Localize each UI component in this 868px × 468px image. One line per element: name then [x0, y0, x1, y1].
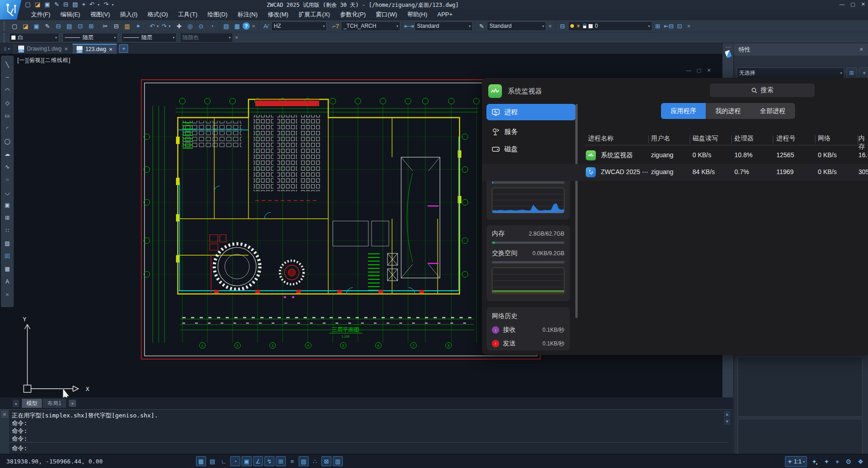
add-layout-button[interactable]: ＋ — [69, 400, 76, 407]
tab-model[interactable]: 模型 — [22, 399, 42, 408]
zoom-previous-icon[interactable]: ◔ — [207, 21, 217, 31]
object-snap-toggle-icon[interactable]: ▣ — [242, 456, 252, 466]
process-row-sysmonitor[interactable]: 系统监视器 ziguang 0 KB/s 10.8% 12565 0 KB/s … — [482, 147, 868, 164]
toolbar-close-icon[interactable]: ✕ — [687, 24, 691, 29]
print-icon[interactable]: ▤ — [72, 0, 78, 9]
linetype-dropdown[interactable]: 随层▾ — [121, 33, 177, 42]
tab-layout1[interactable]: 布局1 — [43, 399, 66, 408]
command-close-icon[interactable]: ✕ — [1, 411, 8, 418]
menu-file[interactable]: 文件(F) — [26, 10, 56, 20]
redo-dropdown-icon[interactable]: ▾ — [112, 3, 114, 7]
menu-dimension[interactable]: 标注(N) — [232, 10, 263, 20]
revision-cloud-icon[interactable]: ☁ — [2, 148, 12, 160]
plot-preview-icon[interactable]: ⊡ — [75, 21, 86, 31]
fullscreen-icon[interactable]: ❖ — [856, 457, 865, 467]
menu-edit[interactable]: 编辑(E) — [56, 10, 85, 20]
new-icon[interactable]: ▢ — [9, 21, 20, 31]
layer-color-swatch[interactable] — [589, 24, 593, 28]
dynamic-input-toggle-icon[interactable]: ↯ — [264, 456, 274, 466]
toolbar-close-icon[interactable]: ✕ — [548, 24, 552, 29]
make-block-icon[interactable]: ⊞ — [2, 211, 12, 224]
arc-icon[interactable]: ◜ — [2, 122, 12, 135]
quick-select-icon[interactable]: ⊞ — [846, 67, 857, 78]
filter-applications[interactable]: 应用程序 — [661, 103, 706, 119]
toolbar-grip[interactable] — [4, 33, 7, 42]
undo-icon[interactable]: ↶ — [147, 21, 158, 31]
circle-icon[interactable]: ◯ — [2, 135, 12, 148]
close-button[interactable]: ✕ — [861, 1, 865, 7]
menu-modify[interactable]: 修改(M) — [263, 10, 294, 20]
point-snap-toggle-icon[interactable]: ∴ — [310, 456, 320, 466]
polar-toggle-icon[interactable]: ◔ — [230, 456, 240, 466]
undo-icon[interactable]: ↶ — [89, 0, 94, 9]
toolbar-grip[interactable] — [4, 21, 7, 31]
grid-toggle-icon[interactable]: ▦ — [196, 456, 206, 466]
ortho-toggle-icon[interactable]: ∟ — [219, 456, 229, 466]
print-icon[interactable]: ▤ — [64, 21, 75, 31]
viewport-label[interactable]: [一][俯视][二维线框] — [17, 57, 71, 64]
layer-on-bulb-icon[interactable] — [570, 24, 574, 28]
menu-window[interactable]: 窗口(W) — [371, 10, 402, 20]
polyline-icon[interactable]: ◠ — [2, 84, 12, 97]
redo-dropdown-icon[interactable]: ▾ — [169, 24, 170, 28]
menu-format[interactable]: 格式(O) — [143, 10, 173, 20]
redo-icon[interactable]: ↷ — [103, 0, 108, 9]
erase-icon[interactable] — [724, 50, 731, 58]
child-close-button[interactable]: ✕ — [707, 67, 711, 73]
rectangle-icon[interactable]: ▭ — [2, 109, 12, 122]
col-cpu[interactable]: 处理器 — [734, 134, 754, 143]
layer-properties-icon[interactable]: ⊟ — [557, 21, 568, 31]
transparency-toggle-icon[interactable]: ▨ — [299, 456, 309, 466]
table-toggle-icon[interactable]: ▥ — [333, 456, 343, 466]
tab-close-icon[interactable]: ✕ — [64, 46, 68, 51]
paste-icon[interactable]: ▥ — [122, 21, 133, 31]
zoom-realtime-icon[interactable]: ◎ — [185, 21, 196, 31]
hatch-icon[interactable]: ▨ — [2, 237, 12, 250]
selection-cycling-toggle-icon[interactable]: ⊠ — [321, 456, 331, 466]
tab-drawing1[interactable]: Drawing1.dwg ✕ — [14, 44, 72, 54]
cut-icon[interactable]: ✂ — [100, 21, 111, 31]
auto-annotation-icon[interactable]: ✦ — [822, 457, 831, 467]
col-user[interactable]: 用户名 — [651, 134, 670, 143]
save-as-icon[interactable]: ✎ — [54, 0, 59, 9]
copy-clip-icon[interactable]: ⊟ — [111, 21, 122, 31]
menu-app-plus[interactable]: APP+ — [432, 10, 458, 19]
tab-overflow-button[interactable]: ⣿▾ — [0, 44, 14, 54]
table-icon[interactable]: ▦ — [2, 262, 12, 275]
toolbar-grip[interactable] — [726, 47, 730, 48]
open-icon[interactable]: ◪ — [20, 21, 31, 31]
pan-icon[interactable]: ✚ — [174, 21, 185, 31]
ellipse-arc-icon[interactable]: ◡ — [2, 186, 12, 199]
menu-draw[interactable]: 绘图(D) — [202, 10, 232, 20]
col-pid[interactable]: 进程号 — [776, 134, 796, 143]
layer-freeze-sun-icon[interactable]: ☀ — [576, 23, 581, 29]
select-frame-icon[interactable]: ⌖ — [82, 0, 85, 9]
match-properties-icon[interactable]: ✦ — [133, 21, 144, 31]
lineweight-toggle-icon[interactable]: ≡ — [287, 456, 297, 466]
ellipse-icon[interactable]: ○ — [2, 175, 12, 184]
filter-my-processes[interactable]: 我的进程 — [706, 103, 750, 119]
annotation-visibility-icon[interactable]: ✦● — [810, 457, 819, 467]
design-center-icon[interactable]: ▦ — [232, 21, 243, 31]
layer-states-icon[interactable]: ⊡ — [674, 21, 685, 31]
menu-express[interactable]: 扩展工具(X) — [294, 10, 335, 20]
lineweight-dropdown[interactable]: 随层▾ — [62, 33, 118, 42]
col-process-name[interactable]: 进程名称 — [588, 134, 614, 143]
system-monitor-window[interactable]: 系统监视器 搜索 进程 服务 磁盘 处理器 1.8% — [482, 78, 868, 355]
layer-previous-icon[interactable]: ⇤⊟ — [663, 21, 674, 31]
layer-dropdown[interactable]: ☀ 0▾ — [568, 21, 652, 31]
menu-parametric[interactable]: 参数化(P) — [335, 10, 371, 20]
selection-dropdown[interactable]: 无选择▾ — [737, 67, 844, 78]
snap-toggle-icon[interactable]: ▤ — [207, 456, 217, 466]
selection-filter-icon[interactable]: ⌖ — [834, 457, 841, 467]
layout-tabs-expand-button[interactable]: ▴ — [13, 400, 19, 407]
command-input-prompt[interactable]: 命令: — [12, 444, 27, 453]
dim-style-dropdown[interactable]: Standard▾ — [414, 21, 473, 31]
publish-icon[interactable]: ⊞ — [86, 21, 97, 31]
arch-style-dropdown[interactable]: _TCH_ARCH▾ — [341, 21, 400, 31]
tab-123dwg[interactable]: 123.dwg ✕ — [72, 44, 117, 54]
insert-block-icon[interactable]: ▣ — [2, 199, 12, 211]
help-icon[interactable]: ? — [243, 22, 250, 30]
process-row-zwcad[interactable]: ZWCAD 2025 ⋯ ziguang 84 KB/s 0.7% 11969 … — [482, 164, 868, 181]
menu-help[interactable]: 帮助(H) — [402, 10, 432, 20]
